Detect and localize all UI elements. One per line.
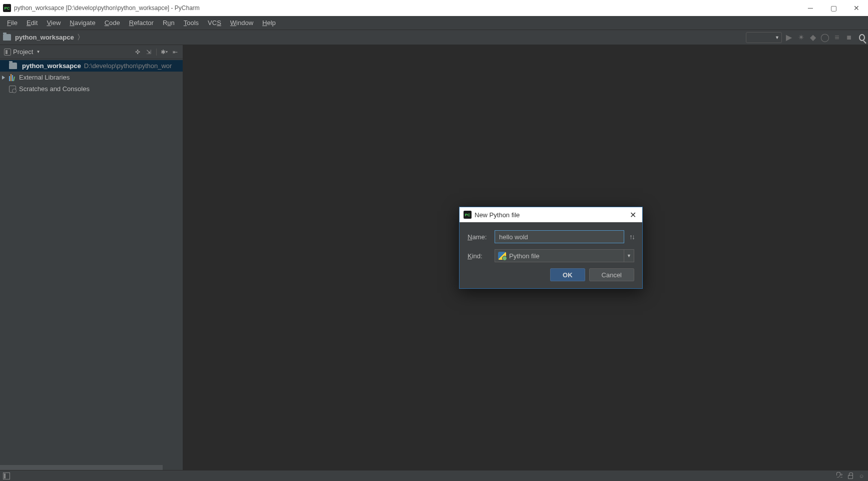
settings-icon[interactable]: ✱▾ [161, 49, 168, 56]
menu-vcs[interactable]: VCS [204, 18, 225, 28]
profiler-icon[interactable]: ◯ [821, 34, 829, 42]
dialog-title: New Python file [475, 211, 628, 219]
run-icon[interactable]: ▶ [785, 34, 793, 42]
lock-icon[interactable] [847, 472, 854, 479]
menu-tools[interactable]: Tools [180, 18, 203, 28]
menu-window[interactable]: Window [226, 18, 257, 28]
run-toolbar: ▶ ✴ ◆ ◯ ≡ ■ [785, 34, 865, 42]
folder-icon [9, 63, 17, 69]
sort-toggle-icon[interactable]: ↑↓ [629, 233, 634, 241]
menu-edit[interactable]: Edit [23, 18, 42, 28]
tool-windows-toggle-icon[interactable] [3, 472, 10, 479]
menu-file[interactable]: File [3, 18, 22, 28]
new-python-file-dialog: New Python file ✕ Name: ↑↓ Kind: Python … [459, 207, 643, 289]
project-view-icon [4, 49, 11, 56]
chevron-down-icon: ▼ [624, 250, 634, 262]
hide-icon[interactable]: ⇤ [172, 49, 179, 56]
tree-node-path: D:\develop\python\python_wor [84, 62, 172, 70]
project-panel-title[interactable]: Project ▼ [4, 48, 131, 56]
kind-label: Kind: [468, 252, 490, 260]
window-controls: ─ ▢ ✕ [799, 0, 868, 16]
concurrency-icon[interactable]: ≡ [833, 34, 841, 42]
cancel-button[interactable]: Cancel [589, 268, 634, 281]
git-branch-icon[interactable]: ⎇ [836, 472, 843, 479]
maximize-button[interactable]: ▢ [822, 0, 845, 16]
menu-code[interactable]: Code [101, 18, 124, 28]
project-tool-window: Project ▼ ✜ ⇲ ✱▾ ⇤ python_worksapce D:\d… [0, 45, 183, 470]
locate-icon[interactable]: ✜ [134, 49, 141, 56]
tree-node-scratches[interactable]: Scratches and Consoles [0, 83, 183, 95]
scratches-icon [9, 86, 16, 93]
tree-node-label: python_worksapce [22, 62, 81, 70]
menu-view[interactable]: View [43, 18, 65, 28]
kind-value: Python file [509, 252, 631, 260]
folder-icon [3, 34, 11, 41]
close-button[interactable]: ✕ [845, 0, 868, 16]
kind-dropdown[interactable]: Python file ▼ [495, 249, 634, 262]
window-titlebar: python_worksapce [D:\develop\python\pyth… [0, 0, 868, 16]
status-bar: ⎇ ☺ [0, 470, 868, 481]
chevron-right-icon: 〉 [77, 33, 84, 42]
run-configuration-dropdown[interactable]: ▼ [746, 32, 782, 43]
ok-button[interactable]: OK [550, 268, 585, 281]
window-title: python_worksapce [D:\develop\python\pyth… [14, 5, 799, 12]
dialog-titlebar[interactable]: New Python file ✕ [460, 207, 642, 222]
tree-node-label: External Libraries [19, 74, 70, 81]
separator [156, 49, 157, 56]
close-icon[interactable]: ✕ [628, 210, 638, 220]
inspections-icon[interactable]: ☺ [858, 472, 865, 479]
main-content: Project ▼ ✜ ⇲ ✱▾ ⇤ python_worksapce D:\d… [0, 45, 868, 470]
python-file-icon [498, 252, 506, 260]
menu-refactor[interactable]: Refactor [125, 18, 158, 28]
collapse-all-icon[interactable]: ⇲ [145, 49, 152, 56]
minimize-button[interactable]: ─ [799, 0, 822, 16]
editor-area: Search Everywhere Double Shift New Pytho… [183, 45, 868, 470]
horizontal-scrollbar-thumb[interactable] [0, 465, 163, 470]
stop-icon[interactable]: ■ [845, 34, 853, 42]
pycharm-icon [3, 4, 11, 12]
project-tree[interactable]: python_worksapce D:\develop\python\pytho… [0, 59, 183, 96]
breadcrumb[interactable]: python_worksapce 〉 [3, 33, 84, 42]
tree-node-label: Scratches and Consoles [19, 85, 90, 93]
menu-navigate[interactable]: Navigate [66, 18, 99, 28]
coverage-icon[interactable]: ◆ [809, 34, 817, 42]
project-panel-header: Project ▼ ✜ ⇲ ✱▾ ⇤ [0, 45, 183, 59]
chevron-down-icon: ▼ [36, 50, 40, 54]
name-label: Name: [468, 233, 490, 241]
menu-help[interactable]: Help [258, 18, 280, 28]
tree-node-project-root[interactable]: python_worksapce D:\develop\python\pytho… [0, 60, 183, 72]
search-everywhere-icon[interactable] [857, 34, 865, 42]
library-icon [9, 74, 16, 81]
main-menu: File Edit View Navigate Code Refactor Ru… [0, 16, 868, 30]
menu-run[interactable]: Run [159, 18, 179, 28]
debug-icon[interactable]: ✴ [797, 34, 805, 42]
breadcrumb-root: python_worksapce [15, 34, 74, 41]
pycharm-icon [464, 211, 472, 219]
navigation-bar: python_worksapce 〉 ▼ ▶ ✴ ◆ ◯ ≡ ■ [0, 30, 868, 45]
tree-node-external-libraries[interactable]: External Libraries [0, 72, 183, 83]
chevron-right-icon [2, 76, 5, 80]
name-input[interactable] [495, 230, 624, 243]
